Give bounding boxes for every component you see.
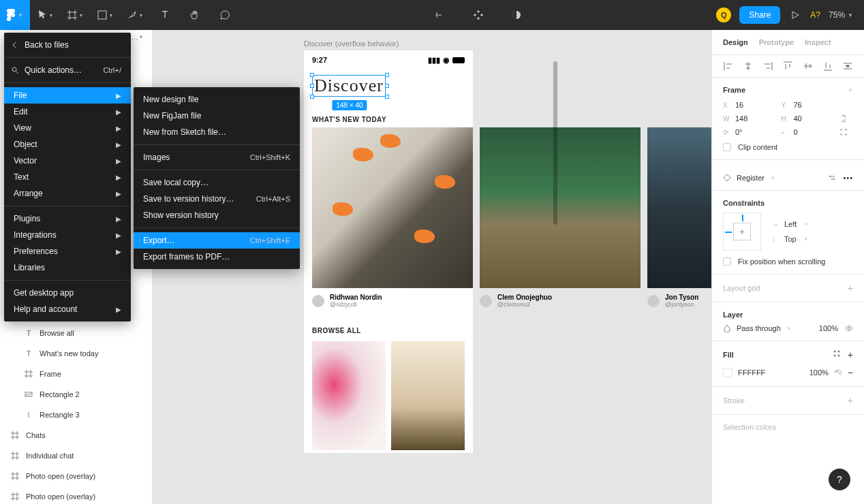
user-avatar[interactable]: Q	[716, 7, 731, 22]
blend-mode-select[interactable]: Pass through ▼	[723, 324, 792, 332]
share-button[interactable]: Share	[739, 6, 780, 24]
stroke-title[interactable]: Stroke	[723, 396, 745, 405]
v-constraint-select[interactable]: ↕Top ▼	[772, 235, 809, 243]
present-button[interactable]	[788, 0, 802, 30]
menu-vector[interactable]: Vector▶	[4, 153, 131, 169]
menu-arrange[interactable]: Arrange▶	[4, 185, 131, 202]
menu-new-figjam[interactable]: New FigJam file	[134, 108, 300, 124]
grid-image[interactable]	[312, 341, 386, 450]
selection-handle[interactable]	[310, 84, 314, 88]
mask-icon[interactable]	[502, 0, 531, 30]
layer-photo-open-1[interactable]: Photo open (overlay)	[0, 466, 152, 486]
frame-section-title[interactable]: Frame ▼	[723, 86, 853, 94]
comment-tool[interactable]	[210, 0, 240, 30]
menu-object[interactable]: Object▶	[4, 136, 131, 153]
a-badge[interactable]: A?	[810, 10, 820, 20]
rotation-input[interactable]: ⟳0°	[723, 128, 773, 136]
move-tool[interactable]: ▼	[30, 0, 60, 30]
corners-icon[interactable]	[839, 128, 848, 136]
align-left-icon[interactable]	[723, 61, 734, 72]
distribute-icon[interactable]	[842, 61, 853, 72]
menu-view[interactable]: View▶	[4, 120, 131, 136]
zoom-dropdown[interactable]: 75%▼	[829, 10, 853, 20]
frame-label[interactable]: Discover (overflow behavior)	[304, 40, 399, 48]
align-right-icon[interactable]	[762, 61, 773, 72]
menu-export[interactable]: Export…Ctrl+Shift+E	[134, 232, 300, 249]
tab-design[interactable]: Design	[723, 38, 748, 46]
undo-icon[interactable]	[425, 0, 455, 30]
layer-frame[interactable]: Frame	[0, 364, 152, 384]
add-icon[interactable]: +	[848, 349, 853, 360]
menu-save-local[interactable]: Save local copy…	[134, 174, 300, 191]
menu-show-history[interactable]: Show version history	[134, 207, 300, 223]
selection-handle[interactable]	[310, 73, 314, 77]
menu-preferences[interactable]: Preferences▶	[4, 243, 131, 259]
menu-edit[interactable]: Edit▶	[4, 104, 131, 120]
menu-new-sketch[interactable]: New from Sketch file…	[134, 124, 300, 140]
constraints-widget[interactable]: +	[723, 212, 761, 251]
menu-new-design[interactable]: New design file	[134, 91, 300, 108]
menu-help[interactable]: Help and account▶	[4, 301, 131, 317]
h-constraint-select[interactable]: ↔Left ▼	[772, 220, 809, 228]
menu-text[interactable]: Text▶	[4, 169, 131, 185]
artboard-discover[interactable]: 9:27 ▮▮▮ ◉ Discover 148 × 40 WHAT'S NEW …	[304, 50, 473, 453]
align-hcenter-icon[interactable]	[743, 61, 754, 72]
add-icon[interactable]: +	[848, 283, 853, 294]
selection-handle[interactable]	[385, 95, 389, 99]
frame-tool[interactable]: ▼	[60, 0, 90, 30]
layer-opacity[interactable]: 100%	[819, 324, 838, 332]
align-vcenter-icon[interactable]	[803, 61, 814, 72]
fill-swatch[interactable]	[723, 368, 732, 377]
menu-save-history[interactable]: Save to version history…Ctrl+Alt+S	[134, 191, 300, 207]
grid-image[interactable]	[391, 341, 465, 450]
layer-browse-all[interactable]: TBrowse all	[0, 323, 152, 343]
eye-icon[interactable]	[845, 324, 853, 332]
components-icon[interactable]	[463, 0, 493, 30]
link-icon[interactable]	[839, 114, 848, 123]
selection-handle[interactable]	[385, 73, 389, 77]
h-input[interactable]: H40	[782, 114, 832, 123]
radius-input[interactable]: ⌐0	[782, 128, 832, 136]
menu-integrations[interactable]: Integrations▶	[4, 227, 131, 243]
pen-tool[interactable]: ▼	[120, 0, 150, 30]
menu-desktop-app[interactable]: Get desktop app	[4, 285, 131, 301]
clip-content-check[interactable]: Clip content	[723, 143, 853, 151]
align-bottom-icon[interactable]	[822, 61, 833, 72]
register-label[interactable]: Register	[737, 174, 765, 182]
layer-rect3[interactable]: Rectangle 3	[0, 405, 152, 425]
card-1[interactable]: Ridhwan Nordin @ridzjcob	[312, 127, 473, 308]
menu-file[interactable]: File▶	[4, 87, 131, 104]
text-tool[interactable]: T	[150, 0, 180, 30]
settings-icon[interactable]	[828, 174, 836, 182]
y-input[interactable]: Y76	[782, 101, 832, 109]
menu-plugins[interactable]: Plugins▶	[4, 210, 131, 227]
figma-menu-button[interactable]: ▼	[0, 0, 30, 30]
shape-tool[interactable]: ▼	[90, 0, 120, 30]
card-2[interactable]: Clem Onojeghuo @clemono2	[480, 127, 641, 308]
menu-back-to-files[interactable]: Back to files	[4, 37, 131, 53]
add-icon[interactable]: +	[848, 395, 853, 406]
menu-export-pdf[interactable]: Export frames to PDF…	[134, 249, 300, 265]
align-top-icon[interactable]	[782, 61, 793, 72]
tab-prototype[interactable]: Prototype	[759, 38, 794, 46]
hand-tool[interactable]	[180, 0, 210, 30]
more-icon[interactable]: •••	[843, 174, 853, 182]
eye-hidden-icon[interactable]	[834, 368, 842, 377]
styles-icon[interactable]	[833, 349, 841, 358]
selection-handle[interactable]	[385, 84, 389, 88]
menu-quick-actions[interactable]: Quick actions…Ctrl+/	[4, 62, 131, 78]
tab-inspect[interactable]: Inspect	[805, 38, 831, 46]
layer-rect2[interactable]: Rectangle 2	[0, 384, 152, 405]
menu-libraries[interactable]: Libraries	[4, 259, 131, 276]
selected-discover-text[interactable]: Discover 148 × 40	[312, 75, 387, 97]
w-input[interactable]: W148	[723, 114, 773, 123]
fill-hex[interactable]: FFFFFF	[738, 368, 765, 377]
layout-grid-title[interactable]: Layout grid	[723, 284, 760, 292]
remove-icon[interactable]: −	[848, 367, 853, 378]
layer-chats[interactable]: Chats	[0, 425, 152, 445]
layer-whats-new[interactable]: TWhat's new today	[0, 343, 152, 364]
layer-individual-chat[interactable]: Individual chat	[0, 445, 152, 466]
scroll-indicator[interactable]	[553, 61, 557, 225]
selection-handle[interactable]	[310, 95, 314, 99]
help-button[interactable]: ?	[829, 469, 850, 490]
